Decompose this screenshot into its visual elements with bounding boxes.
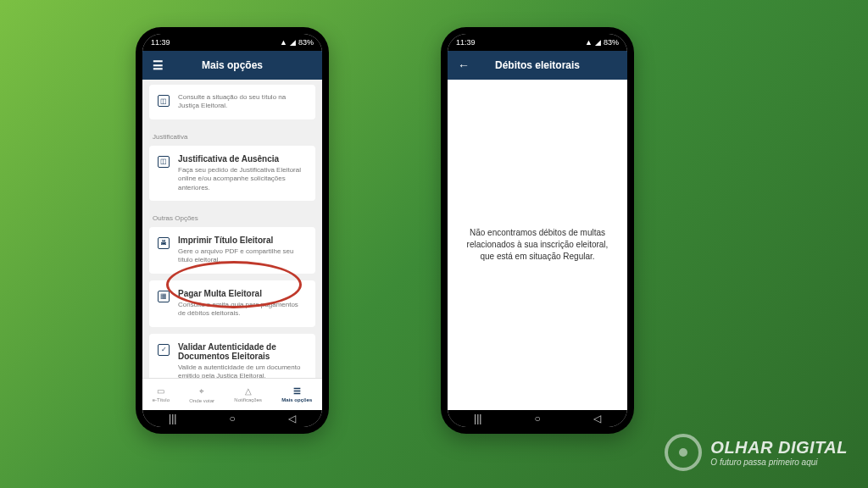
header-title-left: Mais opções bbox=[202, 59, 263, 71]
qr-icon: ▦ bbox=[158, 291, 170, 302]
card-just-title: Justificativa de Ausência bbox=[178, 154, 307, 164]
card-pay-desc: Consulte e emita guia para pagamentos de… bbox=[178, 301, 307, 319]
nav-mais-label: Mais opções bbox=[281, 397, 312, 402]
notch bbox=[198, 34, 266, 47]
status-time: 11:39 bbox=[151, 38, 170, 47]
card-print-desc: Gere o arquivo PDF e compartilhe seu tít… bbox=[178, 247, 307, 265]
card-situacao[interactable]: ◫ Consulte a situação do seu título na J… bbox=[149, 85, 315, 119]
brand-logo-icon bbox=[665, 434, 702, 471]
brand-watermark: OLHAR DIGITAL O futuro passa primeiro aq… bbox=[665, 434, 848, 471]
android-home-icon[interactable]: ○ bbox=[535, 413, 541, 424]
phone-mockup-left: 11:39 ▲ ◢ 83% ☰ Mais opções ◫ Consulte a… bbox=[136, 27, 329, 434]
bottom-nav: ▭ e-Título ⌖ Onde votar △ Notificações ☰… bbox=[142, 378, 322, 410]
signal-icon: ◢ bbox=[595, 38, 601, 47]
nav-onde-label: Onde votar bbox=[189, 398, 214, 403]
nav-onde-votar[interactable]: ⌖ Onde votar bbox=[189, 386, 214, 403]
android-home-icon[interactable]: ○ bbox=[230, 413, 236, 424]
battery-text: 83% bbox=[298, 38, 314, 47]
empty-state-message: Não encontramos débitos de multas relaci… bbox=[465, 227, 609, 263]
phone-mockup-right: 11:39 ▲ ◢ 83% ← Débitos eleitorais Não e… bbox=[441, 27, 634, 434]
nav-notificacoes[interactable]: △ Notificações bbox=[234, 386, 262, 402]
content-area-right: Não encontramos débitos de multas relaci… bbox=[448, 80, 627, 410]
nav-notif-label: Notificações bbox=[234, 397, 262, 402]
doc-icon: ◫ bbox=[158, 156, 170, 168]
card-validate-title: Validar Autenticidade de Documentos Elei… bbox=[178, 342, 307, 361]
bell-icon: △ bbox=[245, 386, 252, 396]
card-situacao-line1: Consulte a situação do seu título na bbox=[178, 93, 307, 102]
card-imprimir[interactable]: 🖶 Imprimir Título Eleitoral Gere o arqui… bbox=[149, 227, 315, 274]
menu-icon[interactable]: ☰ bbox=[153, 58, 164, 72]
doc-icon: ◫ bbox=[158, 95, 170, 107]
section-outras: Outras Opções bbox=[142, 208, 322, 227]
card-pagar-multa[interactable]: ▦ Pagar Multa Eleitoral Consulte e emita… bbox=[149, 280, 315, 327]
card-justificativa[interactable]: ◫ Justificativa de Ausência Faça seu ped… bbox=[149, 146, 315, 201]
print-icon: 🖶 bbox=[158, 237, 170, 249]
android-back-icon[interactable]: ◁ bbox=[593, 413, 601, 424]
android-recent-icon[interactable]: ||| bbox=[169, 413, 176, 424]
app-header-left: ☰ Mais opções bbox=[142, 51, 322, 80]
brand-tagline: O futuro passa primeiro aqui bbox=[710, 458, 848, 467]
card-pay-title: Pagar Multa Eleitoral bbox=[178, 289, 307, 298]
section-justificativa: Justificativa bbox=[142, 126, 322, 146]
card-icon: ▭ bbox=[157, 386, 164, 396]
nav-mais-opcoes[interactable]: ☰ Mais opções bbox=[281, 386, 312, 402]
app-header-right: ← Débitos eleitorais bbox=[448, 51, 627, 80]
card-validate-desc: Valide a autenticidade de um documento e… bbox=[178, 363, 307, 378]
android-nav-bar: ||| ○ ◁ bbox=[142, 410, 322, 427]
card-print-title: Imprimir Título Eleitoral bbox=[178, 236, 307, 245]
card-just-desc: Faça seu pedido de Justificativa Eleitor… bbox=[178, 166, 307, 192]
pin-icon: ⌖ bbox=[199, 386, 204, 396]
wifi-icon: ▲ bbox=[280, 38, 287, 47]
android-back-icon[interactable]: ◁ bbox=[288, 413, 296, 424]
wifi-icon: ▲ bbox=[585, 38, 593, 47]
screen-left: 11:39 ▲ ◢ 83% ☰ Mais opções ◫ Consulte a… bbox=[142, 34, 322, 427]
android-recent-icon[interactable]: ||| bbox=[474, 413, 481, 424]
status-time: 11:39 bbox=[456, 38, 476, 47]
menu-icon: ☰ bbox=[293, 386, 301, 396]
header-title-right: Débitos eleitorais bbox=[495, 59, 580, 71]
back-icon[interactable]: ← bbox=[458, 58, 470, 72]
android-nav-bar: ||| ○ ◁ bbox=[448, 410, 627, 427]
brand-name: OLHAR DIGITAL bbox=[710, 438, 848, 458]
battery-text: 83% bbox=[604, 38, 619, 47]
card-validar[interactable]: ✓ Validar Autenticidade de Documentos El… bbox=[149, 334, 315, 378]
content-area-left[interactable]: ◫ Consulte a situação do seu título na J… bbox=[142, 80, 322, 378]
nav-etitulo[interactable]: ▭ e-Título bbox=[153, 386, 170, 402]
check-icon: ✓ bbox=[158, 344, 170, 356]
notch bbox=[504, 34, 571, 47]
nav-etitulo-label: e-Título bbox=[153, 397, 170, 402]
card-situacao-line2: Justiça Eleitoral. bbox=[178, 102, 307, 110]
screen-right: 11:39 ▲ ◢ 83% ← Débitos eleitorais Não e… bbox=[448, 34, 627, 427]
signal-icon: ◢ bbox=[290, 38, 296, 47]
